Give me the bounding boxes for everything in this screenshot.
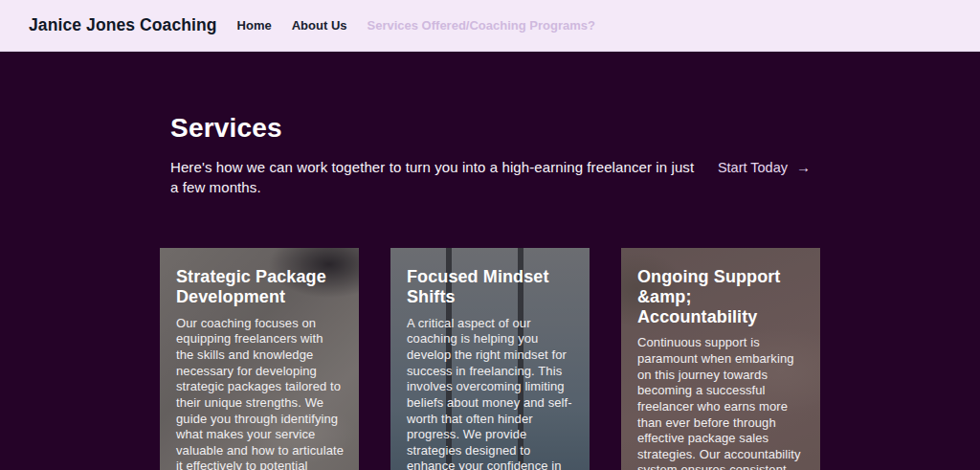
card-body: A critical aspect of our coaching is hel… <box>407 316 574 470</box>
card-body: Our coaching focuses on equipping freela… <box>176 316 344 470</box>
service-card-mindset-shifts: Focused Mindset Shifts A critical aspect… <box>390 248 590 470</box>
hero: Services Here's how we can work together… <box>160 52 820 197</box>
brand-title[interactable]: Janice Jones Coaching <box>29 15 217 35</box>
hero-subtitle: Here's how we can work together to turn … <box>170 158 702 197</box>
card-title: Ongoing Support &amp; Accountability <box>637 267 805 326</box>
service-card-strategic-package: Strategic Package Development Our coachi… <box>160 248 359 470</box>
nav-link-services[interactable]: Services Offered/Coaching Programs? <box>368 18 595 33</box>
arrow-right-icon: → <box>796 159 811 175</box>
page-title: Services <box>170 113 811 144</box>
card-body: Continuous support is paramount when emb… <box>637 335 805 470</box>
start-today-label: Start Today <box>718 160 788 175</box>
top-navigation-bar: Janice Jones Coaching Home About Us Serv… <box>0 0 980 52</box>
service-card-ongoing-support: Ongoing Support &amp; Accountability Con… <box>621 248 820 470</box>
service-cards-row: Strategic Package Development Our coachi… <box>160 248 820 470</box>
services-section: Services Here's how we can work together… <box>160 52 820 470</box>
card-title: Focused Mindset Shifts <box>407 267 574 306</box>
main-nav: Home About Us Services Offered/Coaching … <box>237 18 595 33</box>
start-today-link[interactable]: Start Today → <box>718 159 811 175</box>
nav-link-home[interactable]: Home <box>237 18 272 33</box>
card-title: Strategic Package Development <box>176 267 344 306</box>
nav-link-about-us[interactable]: About Us <box>292 18 347 33</box>
